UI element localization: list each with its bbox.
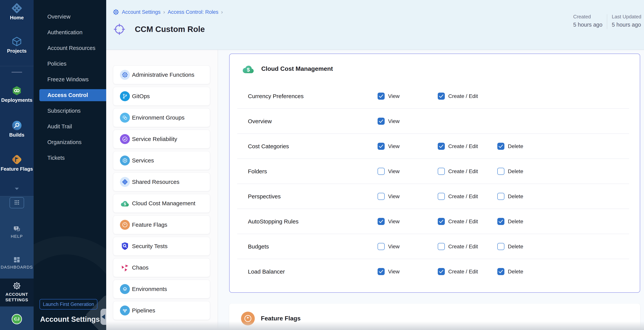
rail-item-label: Home (0, 15, 34, 21)
resource-group-pipelines[interactable]: Pipelines (113, 301, 210, 320)
checkbox-create-edit[interactable] (438, 218, 445, 225)
permission-label: Create / Edit (448, 244, 478, 250)
checkbox-delete[interactable] (497, 218, 504, 225)
sidebar-item-freeze-windows[interactable]: Freeze Windows (34, 72, 106, 87)
permission-cell: View (378, 193, 438, 200)
resource-group-label: Pipelines (132, 307, 155, 314)
chevron-down-icon[interactable] (14, 186, 20, 190)
svg-text:?: ? (15, 227, 17, 230)
rail-item-home[interactable]: Home (0, 2, 34, 21)
module-picker-button[interactable] (10, 197, 24, 208)
breadcrumb-link[interactable]: Access Control: Roles (168, 9, 218, 15)
rail-item-deployments[interactable]: Deployments (0, 85, 34, 103)
breadcrumb-separator: › (163, 9, 165, 15)
hexagon-dot-icon (120, 155, 130, 166)
resource-group-environments[interactable]: Environments (113, 280, 210, 298)
sidebar-item-policies[interactable]: Policies (34, 56, 106, 72)
role-heading: CCM Custom Role (113, 23, 205, 36)
resource-group-label: Environments (132, 286, 167, 292)
sidebar-footer-title: Account Settings (40, 315, 100, 323)
checkbox-view[interactable] (378, 193, 385, 200)
permission-cell: Create / Edit (438, 243, 497, 250)
resource-group-cloud-cost-management[interactable]: $Cloud Cost Management (113, 194, 210, 213)
checkbox-create-edit[interactable] (438, 93, 445, 100)
permission-cell: Create / Edit (438, 143, 497, 150)
checkbox-create-edit[interactable] (438, 168, 445, 175)
permission-cell: Create / Edit (438, 268, 497, 275)
permission-label: Create / Edit (448, 93, 478, 99)
last-updated-value: 5 hours ago (612, 22, 641, 28)
permission-row-folders: FoldersViewCreate / EditDelete (230, 159, 640, 184)
resource-group-services[interactable]: Services (113, 151, 210, 170)
resource-group-administrative-functions[interactable]: Administrative Functions (113, 65, 210, 84)
resource-group-label: Chaos (132, 264, 148, 271)
checkbox-create-edit[interactable] (438, 243, 445, 250)
rail-item-projects[interactable]: Projects (0, 35, 34, 54)
builds-circle-icon (11, 119, 23, 132)
checkbox-create-edit[interactable] (438, 193, 445, 200)
resource-group-label: Environment Groups (132, 114, 184, 121)
checkbox-view[interactable] (378, 168, 385, 175)
permission-label: View (388, 168, 400, 175)
checkbox-delete[interactable] (497, 168, 504, 175)
rail-item-dashboards[interactable]: DASHBOARDS (0, 255, 34, 270)
checkbox-view[interactable] (378, 218, 385, 225)
permission-cell: Delete (497, 268, 640, 275)
permission-cell: Delete (497, 193, 640, 200)
permission-label: Delete (508, 244, 523, 250)
sidebar-item-account-resources[interactable]: Account Resources (34, 40, 106, 56)
checkbox-view[interactable] (378, 243, 385, 250)
rail-collapse-handle[interactable] (12, 72, 22, 73)
sidebar-item-tickets[interactable]: Tickets (34, 150, 106, 166)
resource-group-gitops[interactable]: GitOps (113, 87, 210, 106)
panel-title: Feature Flags (261, 315, 300, 322)
checkbox-view[interactable] (378, 268, 385, 275)
checkbox-delete[interactable] (497, 143, 504, 150)
checkbox-delete[interactable] (497, 268, 504, 275)
resource-group-environment-groups[interactable]: Environment Groups (113, 108, 210, 127)
sidebar-item-account-settings[interactable]: ACCOUNTSETTINGS (0, 282, 34, 303)
permissions-content: $ Cloud Cost Management Currency Prefere… (218, 50, 644, 330)
sidebar-item-label: Freeze Windows (34, 76, 88, 83)
resource-group-chaos[interactable]: Chaos (113, 258, 210, 277)
sidebar-item-organizations[interactable]: Organizations (34, 134, 106, 150)
resource-group-service-reliability[interactable]: Service Reliability (113, 130, 210, 148)
grid-icon (14, 199, 20, 206)
breadcrumb-link[interactable]: Account Settings (122, 9, 160, 15)
permission-label: Create / Edit (448, 269, 478, 275)
sidebar-item-audit-trail[interactable]: Audit Trail (34, 119, 106, 134)
sidebar-item-access-control[interactable]: Access Control (39, 89, 106, 101)
sidebar-item-label: Account Resources (34, 45, 95, 51)
launch-first-generation-button[interactable]: Launch First Generation (40, 299, 98, 309)
rail-item-feature-flags[interactable]: Feature Flags (0, 153, 34, 172)
resource-group-security-tests[interactable]: Security Tests (113, 237, 210, 256)
checkbox-view[interactable] (378, 118, 385, 125)
rail-item-help[interactable]: ?HELP (0, 224, 34, 239)
sidebar-item-overview[interactable]: Overview (34, 9, 106, 25)
permission-label: Create / Edit (448, 143, 478, 149)
rail-item-builds[interactable]: Builds (0, 119, 34, 138)
flag-tile-icon (11, 153, 23, 166)
avatar[interactable]: CJ (12, 314, 22, 324)
sidebar-collapse-button[interactable] (100, 309, 106, 325)
sidebar-item-authentication[interactable]: Authentication (34, 25, 106, 40)
sidebar-item-label: Policies (34, 61, 66, 67)
resource-group-shared-resources[interactable]: Shared Resources (113, 173, 210, 191)
checkbox-create-edit[interactable] (438, 143, 445, 150)
sidebar-item-subscriptions[interactable]: Subscriptions (34, 103, 106, 119)
cloud-cost-management-panel: $ Cloud Cost Management Currency Prefere… (229, 54, 640, 293)
checkbox-delete[interactable] (497, 243, 504, 250)
role-target-icon (113, 23, 126, 36)
permission-cell: View (378, 218, 438, 225)
feature-flags-panel: Feature Flags (229, 304, 640, 330)
resource-group-feature-flags[interactable]: Feature Flags (113, 215, 210, 234)
diamond-grid-icon (120, 177, 130, 187)
permission-label: Delete (508, 219, 523, 225)
checkbox-view[interactable] (378, 143, 385, 150)
checkbox-delete[interactable] (497, 193, 504, 200)
resource-group-label: Security Tests (132, 243, 168, 249)
checkbox-create-edit[interactable] (438, 268, 445, 275)
sidebar-item-label: Authentication (34, 29, 82, 36)
checkbox-view[interactable] (378, 93, 385, 100)
rail-item-label: HELP (0, 234, 34, 239)
